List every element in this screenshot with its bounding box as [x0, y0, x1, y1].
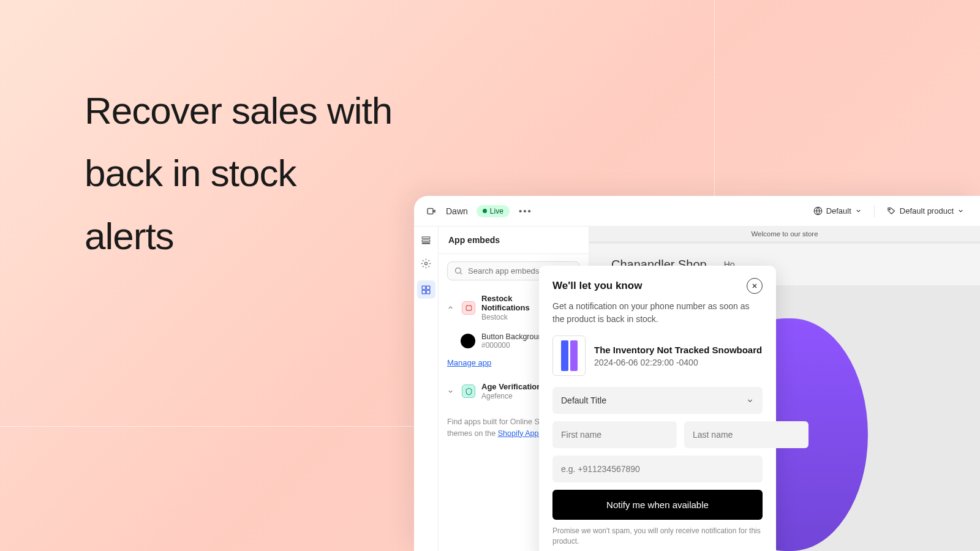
- app-embeds-rail-button[interactable]: [417, 280, 435, 299]
- hero-heading: Recover sales with back in stock alerts: [85, 80, 392, 268]
- svg-rect-8: [426, 286, 430, 290]
- phone-input[interactable]: [552, 455, 763, 482]
- restock-app-icon: [462, 301, 475, 315]
- close-button[interactable]: [747, 278, 763, 294]
- variant-select[interactable]: Default Title: [552, 387, 763, 414]
- chevron-down-icon: [447, 388, 456, 395]
- notify-button[interactable]: Notify me when available: [552, 490, 763, 520]
- product-summary: The Inventory Not Tracked Snowboard 2024…: [552, 335, 763, 376]
- topbar: Dawn Live ••• Default Default product: [414, 196, 980, 227]
- sections-rail-button[interactable]: [420, 234, 432, 246]
- close-icon: [751, 282, 758, 290]
- svg-rect-10: [426, 290, 430, 294]
- svg-rect-5: [422, 242, 430, 243]
- svg-point-2: [889, 209, 890, 210]
- product-timestamp: 2024-06-06 02:29:00 -0400: [594, 358, 763, 367]
- product-name: The Inventory Not Tracked Snowboard: [594, 345, 763, 355]
- tag-icon: [887, 206, 896, 216]
- globe-icon: [813, 206, 823, 216]
- more-actions-button[interactable]: •••: [518, 204, 533, 219]
- announcement-bar: Welcome to our store: [589, 227, 980, 241]
- chevron-down-icon: [957, 208, 964, 214]
- notify-modal: We'll let you know Get a notification on…: [539, 266, 776, 551]
- svg-rect-3: [422, 236, 430, 238]
- live-badge: Live: [477, 205, 510, 217]
- live-dot-icon: [483, 209, 487, 213]
- svg-rect-4: [422, 239, 430, 241]
- locale-dropdown[interactable]: Default: [809, 203, 867, 219]
- modal-title: We'll let you know: [552, 280, 642, 292]
- agefence-app-icon: [462, 384, 475, 398]
- search-icon: [454, 266, 463, 276]
- exit-editor-button[interactable]: [425, 205, 437, 217]
- topbar-divider: [874, 205, 875, 217]
- svg-rect-7: [422, 286, 426, 290]
- modal-description: Get a notification on your phone number …: [552, 300, 763, 326]
- sidebar-title: App embeds: [439, 227, 589, 254]
- svg-point-11: [456, 268, 461, 274]
- settings-rail-button[interactable]: [420, 257, 432, 269]
- first-name-input[interactable]: [552, 421, 677, 448]
- editor-rail: [414, 227, 439, 551]
- color-swatch: [461, 334, 475, 348]
- modal-footer-note: Promise we won't spam, you will only rec…: [552, 526, 763, 547]
- svg-rect-12: [466, 305, 472, 310]
- last-name-input[interactable]: [684, 421, 809, 448]
- svg-point-6: [424, 262, 427, 264]
- product-thumbnail: [552, 335, 586, 376]
- chevron-down-icon: [746, 397, 754, 405]
- theme-name: Dawn: [446, 206, 468, 216]
- chevron-down-icon: [855, 208, 862, 214]
- chevron-up-icon: [447, 304, 456, 311]
- svg-rect-9: [422, 290, 426, 294]
- template-dropdown[interactable]: Default product: [882, 203, 969, 219]
